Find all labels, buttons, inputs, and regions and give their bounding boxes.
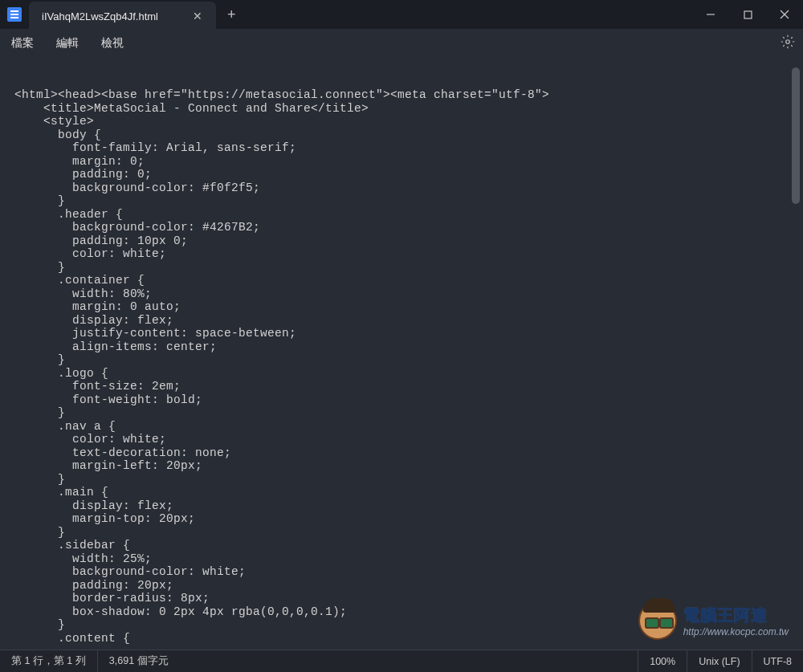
- menu-edit[interactable]: 編輯: [56, 36, 79, 51]
- svg-point-4: [786, 40, 790, 44]
- zoom-level[interactable]: 100%: [638, 650, 687, 672]
- document-icon: [7, 7, 22, 22]
- maximize-icon: [744, 10, 752, 19]
- char-count: 3,691 個字元: [98, 650, 180, 672]
- cursor-position[interactable]: 第 1 行，第 1 列: [0, 650, 98, 672]
- new-tab-button[interactable]: +: [216, 6, 247, 23]
- gear-icon: [781, 35, 795, 49]
- maximize-button[interactable]: [729, 0, 766, 29]
- close-icon: [780, 10, 789, 19]
- settings-button[interactable]: [781, 35, 795, 52]
- vertical-scrollbar[interactable]: [792, 67, 800, 204]
- editor-area: <html><head><base href="https://metasoci…: [0, 58, 803, 650]
- tab-title: iIVahqM2LwsZqb4Jf.html: [42, 10, 158, 22]
- minimize-button[interactable]: [692, 0, 729, 29]
- minimize-icon: [706, 10, 715, 19]
- menu-file[interactable]: 檔案: [11, 36, 34, 51]
- status-right: 100% Unix (LF) UTF-8: [638, 650, 803, 672]
- statusbar: 第 1 行，第 1 列 3,691 個字元 100% Unix (LF) UTF…: [0, 650, 803, 672]
- menu-view[interactable]: 檢視: [101, 36, 124, 51]
- titlebar: iIVahqM2LwsZqb4Jf.html ✕ +: [0, 0, 803, 29]
- close-icon[interactable]: ✕: [190, 9, 205, 23]
- encoding[interactable]: UTF-8: [752, 650, 803, 672]
- file-tab[interactable]: iIVahqM2LwsZqb4Jf.html ✕: [29, 2, 216, 31]
- line-ending[interactable]: Unix (LF): [687, 650, 751, 672]
- svg-rect-1: [744, 11, 752, 18]
- app-icon: [0, 7, 29, 22]
- code-editor[interactable]: <html><head><base href="https://metasoci…: [0, 58, 803, 650]
- window-controls: [692, 0, 803, 29]
- titlebar-left: iIVahqM2LwsZqb4Jf.html ✕ +: [0, 0, 247, 29]
- window-close-button[interactable]: [766, 0, 803, 29]
- menubar: 檔案 編輯 檢視: [0, 29, 803, 58]
- menus: 檔案 編輯 檢視: [11, 36, 124, 51]
